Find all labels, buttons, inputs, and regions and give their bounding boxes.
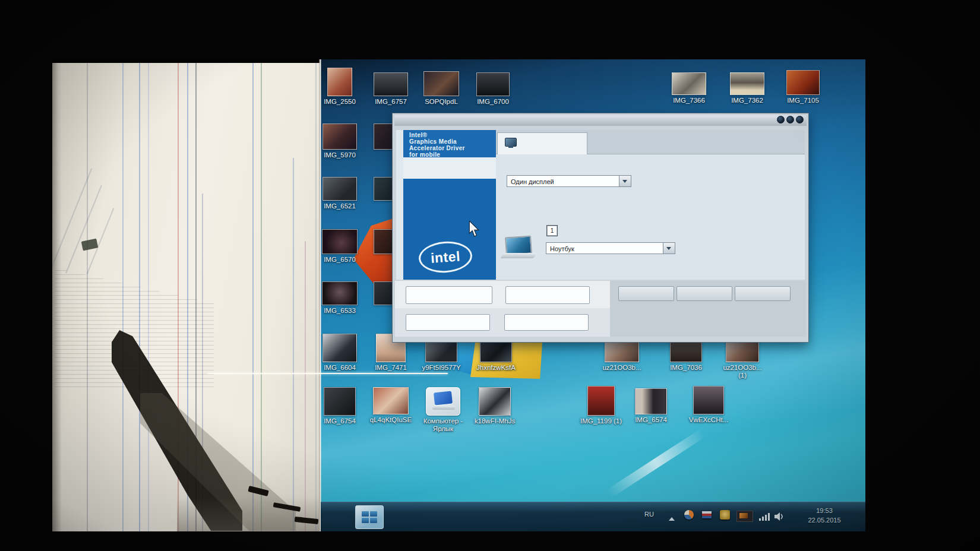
help-button[interactable] [786,116,794,124]
dialog-content: Один дисплей 1 Ноутбук [496,130,805,280]
flag-icon[interactable] [702,511,712,518]
computer-icon [426,387,460,416]
icon-label: k18wFI-MhJs [470,417,520,425]
sidebar-panel: intel [403,179,496,280]
tab-display-settings[interactable] [497,132,587,154]
dialog-button-3[interactable] [735,286,791,301]
icon-label: IMG_6757 [366,98,416,106]
device-value: Ноутбук [550,245,574,252]
lcd-crack-line [208,373,448,374]
desktop-icon[interactable]: IMG_6521 [315,177,365,210]
desktop-icon[interactable]: IMG_6754 [315,387,365,425]
network-icon[interactable] [759,513,770,521]
volume-icon[interactable] [774,512,785,521]
browser-icon[interactable] [684,510,694,520]
icon-label: IMG_7366 [664,97,714,104]
chevron-down-icon[interactable] [663,243,675,254]
computer-shortcut-icon[interactable]: Компьютер - Ярлык [418,387,468,433]
lcd-smudge [81,238,99,251]
photo-thumbnail [693,386,724,414]
intel-graphics-dialog[interactable]: Intel® Graphics Media Accelerator Driver… [392,113,809,343]
photo-thumbnail [587,386,615,416]
laptop-screen: IMG_2550 IMG_6757 SOPQIpdL IMG_6700 IMG_… [52,59,865,531]
tab-strip [496,130,805,154]
lcd-defect-line [261,63,262,531]
photo-thumbnail [327,68,352,96]
icon-label: IMG_6700 [468,98,518,106]
desktop-icon[interactable]: IMG_6757 [366,72,416,106]
desktop-icon[interactable]: IMG_6700 [468,72,518,106]
icon-label: IMG_7362 [722,97,772,104]
branding-line3: Accelerator Driver [409,145,496,151]
branding-line2: Graphics Media [409,138,496,145]
footer-field[interactable] [406,286,492,304]
taskbar-explorer-icon[interactable] [355,505,384,529]
icon-label: IMG_7036 [661,364,711,372]
icon-label: IMG_1199 (1) [576,417,626,425]
photo-background: IMG_2550 IMG_6757 SOPQIpdL IMG_6700 IMG_… [0,0,980,551]
device-dropdown[interactable]: Ноутбук [546,242,675,254]
desktop-icon[interactable]: IMG_7366 [664,72,714,104]
photo-thumbnail [423,71,459,96]
desktop-icon[interactable]: IMG_6574 [626,388,676,424]
intel-logo: intel [418,240,473,274]
chevron-down-icon[interactable] [619,176,631,186]
desktop-icon[interactable]: IMG_6533 [315,281,365,315]
lcd-defect-line [305,241,306,531]
photo-thumbnail [323,124,357,150]
footer-button-area [610,281,806,337]
photo-thumbnail [479,387,511,416]
photo-thumbnail [786,70,820,95]
clock-date: 22.05.2015 [795,515,854,525]
security-icon[interactable] [720,510,730,520]
desktop-icon[interactable]: VwEXcCHt... [684,386,734,424]
icon-label: IMG_6604 [315,364,365,372]
icon-label: IMG_7471 [366,364,416,372]
photo-thumbnail [635,388,667,414]
desktop-icon[interactable]: k18wFI-MhJs [470,387,520,425]
close-button[interactable] [796,116,804,124]
dialog-body: Intel® Graphics Media Accelerator Driver… [396,130,805,280]
desktop-icon[interactable]: IMG_6604 [315,334,365,372]
photo-thumbnail [324,387,356,416]
desktop-icon[interactable]: SOPQIpdL [416,71,466,106]
desktop-icon[interactable]: IMG_2550 [315,68,365,106]
desktop-icon[interactable]: IMG_7362 [722,72,772,104]
icon-label: IMG_6521 [315,202,365,210]
icon-label: Компьютер - [418,417,468,425]
icon-label: JhxnfzwKsfA [471,364,521,372]
branding-line1: Intel® [409,132,496,138]
lcd-damage-boundary [319,59,321,531]
clock[interactable]: 19:53 22.05.2015 [795,506,854,525]
dialog-button-1[interactable] [618,286,674,301]
icon-label: uz21OO3b... [717,364,767,372]
dialog-button-2[interactable] [676,286,732,301]
desktop-icon[interactable]: IMG_1199 (1) [576,386,626,425]
lcd-defect-line [252,63,254,531]
desktop-icon[interactable]: IMG_6570 [315,229,365,264]
monitor-base-glyph [432,406,455,410]
icon-label: uz21OO3b... [597,364,647,372]
sidebar-light-band [403,157,496,179]
icon-label: IMG_2550 [315,98,365,106]
photo-viewer-icon[interactable] [736,511,753,522]
footer-field[interactable] [504,314,589,331]
desktop-icon[interactable]: IMG_7105 [778,70,828,104]
icon-label: SOPQIpdL [416,98,466,106]
display-icon [505,138,517,147]
hidden-icons-chevron[interactable] [669,514,675,521]
dialog-titlebar[interactable] [394,115,807,126]
language-indicator[interactable]: RU [644,511,654,518]
photo-thumbnail [730,72,764,95]
lcd-bottom-shading [177,496,321,531]
display-mode-dropdown[interactable]: Один дисплей [507,175,631,187]
footer-field[interactable] [406,314,490,331]
info-button[interactable] [777,116,785,124]
intel-logo-text: intel [430,248,461,266]
footer-field[interactable] [505,286,590,304]
desktop-icon[interactable]: qL4qKtQIuSE [366,387,416,424]
photo-thumbnail [374,72,408,96]
desktop-icon[interactable]: IMG_5970 [315,124,365,159]
taskbar[interactable]: RU 19:53 22.05.2015 [321,502,865,531]
photo-thumbnail [322,229,358,254]
